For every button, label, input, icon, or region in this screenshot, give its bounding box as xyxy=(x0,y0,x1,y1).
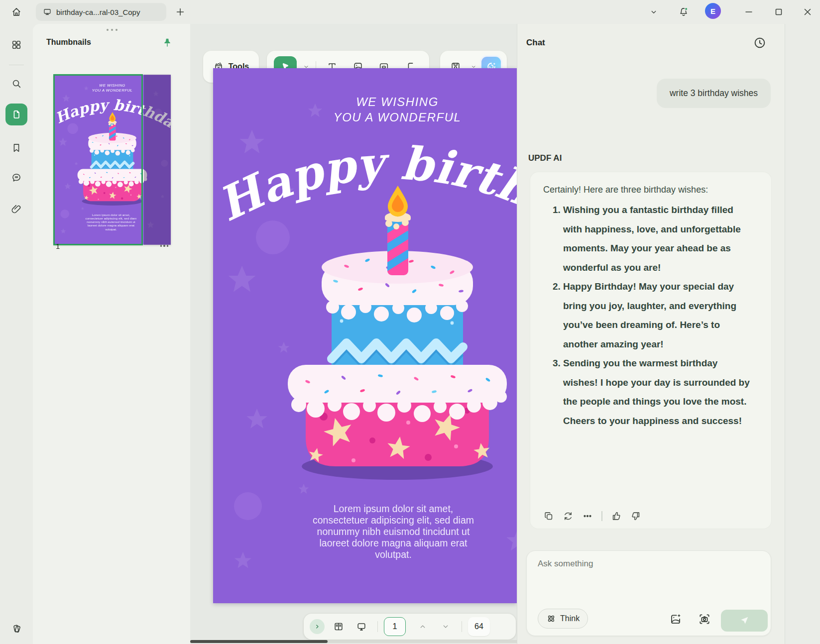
page-menu-button[interactable] xyxy=(157,241,171,251)
horizontal-scrollbar-thumb[interactable] xyxy=(190,640,328,643)
window-menu-button[interactable] xyxy=(644,2,664,22)
thumbnail-viewport-box xyxy=(53,74,143,245)
swatches-button[interactable] xyxy=(5,618,27,640)
nav-divider xyxy=(377,621,378,632)
maximize-button[interactable] xyxy=(769,2,789,22)
wish-item-2: Happy Birthday! May your special day bri… xyxy=(563,277,752,354)
right-sidebar-rail: A 文 A 文 xyxy=(785,24,820,644)
think-label: Think xyxy=(560,614,580,623)
screen-icon xyxy=(43,7,52,16)
page-number-input[interactable] xyxy=(384,617,406,636)
pin-icon xyxy=(162,37,173,48)
book-spread-icon xyxy=(333,621,344,632)
paperclip-icon xyxy=(11,204,22,215)
user-message-bubble: write 3 birthday wishes xyxy=(657,79,771,108)
comment-icon xyxy=(11,172,22,183)
home-icon xyxy=(11,6,22,17)
ai-response-intro: Certainly! Here are three birthday wishe… xyxy=(543,182,758,197)
chat-panel: Chat write 3 birthday wishes UPDF AI Cer… xyxy=(517,24,785,644)
minimize-button[interactable] xyxy=(739,2,759,22)
expand-nav-button[interactable] xyxy=(310,619,325,634)
pages-icon xyxy=(11,109,22,120)
title-bar: birthday-ca...ral-03_Copy E xyxy=(0,0,820,24)
next-page-button[interactable] xyxy=(436,617,456,637)
wish-item-3: Sending you the warmest birthday wishes!… xyxy=(563,354,752,430)
panel-resize-handle[interactable] xyxy=(107,29,117,31)
image-sparkle-icon xyxy=(669,613,682,626)
two-page-view-button[interactable] xyxy=(329,617,349,637)
thumbs-up-icon[interactable] xyxy=(611,511,622,522)
think-toggle-button[interactable]: Think xyxy=(538,609,588,629)
svg-text:consectetuer adipiscing elit,: consectetuer adipiscing elit, sed diam xyxy=(313,515,474,526)
attachments-button[interactable] xyxy=(5,198,27,220)
svg-text:nonummy nibh euismod tincidunt: nonummy nibh euismod tincidunt ut xyxy=(317,526,470,537)
card-heading-line2: YOU A WONDERFUL xyxy=(334,110,462,124)
pin-panel-button[interactable] xyxy=(159,35,175,51)
home-button[interactable] xyxy=(6,1,27,22)
bookmark-icon xyxy=(11,142,22,153)
zoom-level-input[interactable] xyxy=(468,617,490,636)
search-button[interactable] xyxy=(5,73,27,95)
previous-page-button[interactable] xyxy=(413,617,433,637)
bookmarks-button[interactable] xyxy=(5,137,27,159)
ellipsis-icon xyxy=(160,245,169,247)
document-page[interactable]: WE WISHING YOU A WONDERFUL Happy birthda… xyxy=(213,68,517,603)
document-tab[interactable]: birthday-ca...ral-03_Copy xyxy=(36,3,166,21)
app-window: birthday-ca...ral-03_Copy E xyxy=(0,0,820,644)
ai-response-actions xyxy=(543,511,641,522)
presentation-button[interactable] xyxy=(351,617,371,637)
panel-grid-button[interactable] xyxy=(5,34,27,56)
copy-icon[interactable] xyxy=(543,511,554,522)
bell-icon xyxy=(678,6,689,17)
ai-response-card: Certainly! Here are three birthday wishe… xyxy=(530,172,771,529)
regenerate-icon[interactable] xyxy=(563,511,574,522)
left-sidebar-rail xyxy=(0,24,33,644)
notifications-button[interactable] xyxy=(674,2,694,22)
new-tab-button[interactable] xyxy=(172,4,188,20)
chevron-right-icon xyxy=(313,621,321,632)
grid-icon xyxy=(11,39,22,50)
document-page-art: WE WISHING YOU A WONDERFUL Happy birthda… xyxy=(213,68,517,603)
avatar-initial: E xyxy=(710,7,715,15)
ai-wish-list: Wishing you a fantastic birthday filled … xyxy=(543,201,752,430)
nav-divider-2 xyxy=(462,621,462,632)
screenshot-button[interactable] xyxy=(696,611,713,628)
avatar[interactable]: E xyxy=(705,3,721,19)
chevron-down-icon xyxy=(649,6,658,17)
actions-divider xyxy=(601,511,602,521)
document-area: Tools xyxy=(190,24,517,644)
wish-item-1: Wishing you a fantastic birthday filled … xyxy=(563,201,752,277)
maximize-icon xyxy=(773,6,784,17)
camera-viewfinder-icon xyxy=(698,613,711,626)
svg-text:laoreet dolore magna aliquam e: laoreet dolore magna aliquam erat xyxy=(319,537,468,548)
thumbnails-panel: Thumbnails 1 xyxy=(33,24,190,644)
svg-text:Lorem ipsum dolor sit amet,: Lorem ipsum dolor sit amet, xyxy=(334,503,454,514)
presentation-icon xyxy=(356,621,367,632)
close-icon xyxy=(802,6,813,17)
minimize-icon xyxy=(743,6,754,17)
plus-icon xyxy=(175,6,186,17)
close-button[interactable] xyxy=(798,2,818,22)
page-number-label: 1 xyxy=(56,242,60,250)
panel-title: Thumbnails xyxy=(46,38,91,47)
chat-input-card: Think xyxy=(526,550,771,636)
comments-button[interactable] xyxy=(5,167,27,189)
more-actions-icon[interactable] xyxy=(582,511,593,522)
history-clock-icon xyxy=(753,36,767,50)
chat-input[interactable] xyxy=(538,559,757,596)
chevron-down-nav-icon xyxy=(441,621,450,632)
swatches-icon xyxy=(11,623,22,634)
send-button[interactable] xyxy=(721,610,768,632)
send-icon xyxy=(739,615,750,626)
svg-text:volutpat.: volutpat. xyxy=(375,549,412,560)
atom-icon xyxy=(546,614,556,624)
page-navigation-bar xyxy=(304,614,516,640)
chat-history-button[interactable] xyxy=(752,35,768,51)
thumbs-down-icon[interactable] xyxy=(630,511,641,522)
ai-name-label: UPDF AI xyxy=(528,153,562,163)
rail-divider xyxy=(9,65,24,65)
tab-title: birthday-ca...ral-03_Copy xyxy=(56,8,140,16)
attach-image-button[interactable] xyxy=(667,611,684,628)
thumbnails-panel-button[interactable] xyxy=(5,104,27,125)
chevron-up-icon xyxy=(418,621,427,632)
